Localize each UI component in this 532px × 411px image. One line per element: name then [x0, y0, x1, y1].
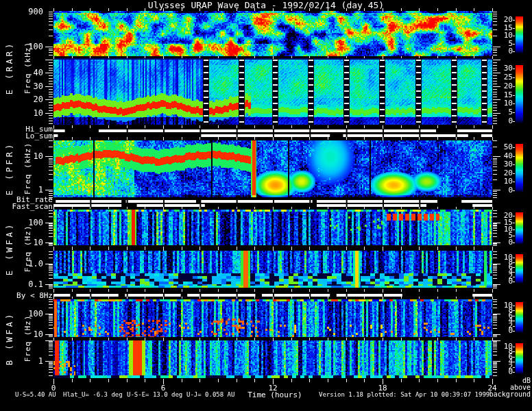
marker-label-lo-sum: Lo_sum: [0, 132, 53, 140]
ylabel-e-rar: E (RAR): [5, 41, 14, 95]
time-tick-label-18: 18: [374, 384, 391, 392]
freq-tick-label-wfa_e_high-10: 10: [14, 238, 43, 247]
colorbar-1-tick-20: 20: [487, 82, 513, 90]
time-tick-label-0: 0: [45, 384, 62, 392]
status-jupiter-distance: U-J= 0.058 AU: [186, 392, 234, 398]
marker-label-fast-scan: Fast_scan: [0, 203, 53, 210]
colorbar-2-tick-30: 30: [487, 160, 513, 168]
colorbar-0-tick-10: 10: [487, 32, 513, 39]
colorbar-1-tick-15: 15: [487, 91, 513, 99]
ylabel-wfa-b-unit: Freq (Hz): [24, 315, 32, 362]
freq-tick-label-wfa_b_high-10: 10: [14, 330, 43, 338]
freq-tick-label-rar_low-20: 20: [14, 95, 43, 103]
colorbar-2-tick-40: 40: [487, 152, 513, 160]
colorbar-2-tick-20: 20: [487, 169, 513, 177]
freq-tick-label-rar_low-30: 30: [14, 82, 43, 90]
freq-tick-label-rar_high-100: 100: [14, 42, 43, 51]
marker-label-by-8hz: By < 8Hz: [0, 292, 53, 299]
status-sun-earth-angle: U-S-E= 13.0 deg: [127, 392, 182, 398]
colorbar-1-tick-25: 25: [487, 73, 513, 81]
time-tick-label-24: 24: [483, 384, 501, 392]
colorbar-1-tick-0: 0: [487, 117, 513, 125]
colorbar-4-tick-0: 0: [487, 277, 513, 285]
colorbar-1-tick-30: 30: [487, 64, 513, 72]
ylabel-e-wfa: E (WFA): [5, 222, 14, 276]
time-tick-label-12: 12: [264, 384, 282, 392]
page-title: Ulysses URAP Wave Data - 1992/02/14 (day…: [0, 1, 532, 10]
status-helio-latitude: Hlat_U= -6.3 deg: [63, 392, 123, 398]
colorbar-5-tick-0: 0: [487, 327, 513, 334]
freq-tick-label-rar_low-10: 10: [14, 109, 43, 117]
spectrogram-canvas: [0, 0, 532, 411]
status-sun-distance: U-S=5.40 AU: [15, 392, 56, 398]
freq-tick-label-wfa_e_low-1.0: 1.0: [14, 260, 43, 268]
urap-wave-data-plot: Ulysses URAP Wave Data - 1992/02/14 (day…: [0, 0, 532, 411]
version-stamp: Version 1.18 plotted: Sat Apr 10 00:39:0…: [319, 392, 489, 398]
colorbar-0-tick-20: 20: [487, 16, 513, 23]
colorbar-1-tick-10: 10: [487, 99, 513, 107]
freq-tick-label-rar_high-900: 900: [14, 8, 43, 16]
colorbar-2-tick-10: 10: [487, 177, 513, 185]
freq-tick-label-pfr-10: 10: [14, 152, 43, 160]
colorbar-1-tick-5: 5: [487, 108, 513, 116]
ylabel-b-wfa: B (WFA): [5, 312, 14, 366]
freq-tick-label-wfa_e_low-0.1: 0.1: [14, 280, 43, 288]
ylabel-e-pfr: E (PFR): [5, 142, 14, 196]
colorbar-2-tick-0: 0: [487, 186, 513, 194]
colorbar-2-tick-50: 50: [487, 143, 513, 151]
freq-tick-label-wfa_b_low-1: 1: [14, 357, 43, 365]
freq-tick-label-wfa_e_high-100: 100: [14, 219, 43, 227]
colorbar-6-tick-0: 0: [487, 368, 513, 375]
time-tick-label-6: 6: [154, 384, 172, 392]
freq-tick-label-pfr-1: 1: [14, 186, 43, 194]
colorbar-3-tick-0: 0: [487, 238, 513, 246]
colorbar-0-tick-0: 0: [487, 47, 513, 55]
colorbar-note-background: background: [476, 391, 531, 398]
freq-tick-label-rar_low-40: 40: [14, 68, 43, 77]
freq-tick-label-wfa_b_high-100: 100: [14, 310, 43, 318]
